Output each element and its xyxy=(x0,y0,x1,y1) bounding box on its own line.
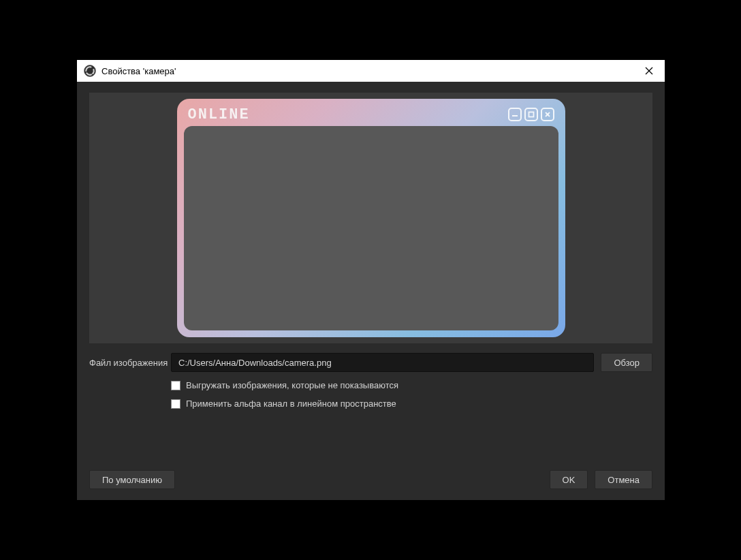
close-icon xyxy=(645,67,653,75)
cancel-button[interactable]: Отмена xyxy=(595,470,652,489)
file-path-input[interactable] xyxy=(171,353,594,372)
unload-checkbox-row[interactable]: Выгружать изображения, которые не показы… xyxy=(171,380,652,390)
preview-area: ONLINE xyxy=(89,93,652,343)
overlay-topbar: ONLINE xyxy=(184,106,558,123)
svg-rect-4 xyxy=(529,112,533,117)
browse-button[interactable]: Обзор xyxy=(601,353,652,372)
overlay-minimize-icon xyxy=(508,108,522,121)
titlebar: Свойства 'камера' xyxy=(77,60,665,82)
unload-checkbox-label: Выгружать изображения, которые не показы… xyxy=(186,380,398,390)
form-area: Файл изображения Обзор Выгружать изображ… xyxy=(77,343,665,417)
overlay-window-buttons xyxy=(508,108,554,121)
properties-dialog: Свойства 'камера' ONLINE xyxy=(77,60,665,500)
obs-icon xyxy=(84,65,96,77)
overlay-maximize-icon xyxy=(524,108,538,121)
file-label: Файл изображения xyxy=(89,358,171,368)
overlay-online-label: ONLINE xyxy=(188,106,508,123)
defaults-button[interactable]: По умолчанию xyxy=(89,470,175,489)
alpha-checkbox-row[interactable]: Применить альфа канал в линейном простра… xyxy=(171,399,652,409)
dialog-footer: По умолчанию OK Отмена xyxy=(77,462,665,500)
overlay-inner xyxy=(184,126,558,330)
file-row: Файл изображения Обзор xyxy=(89,353,652,372)
ok-button[interactable]: OK xyxy=(550,470,588,489)
close-button[interactable] xyxy=(637,60,661,82)
alpha-checkbox-label: Применить альфа канал в линейном простра… xyxy=(186,399,396,409)
dialog-title: Свойства 'камера' xyxy=(101,66,176,76)
unload-checkbox[interactable] xyxy=(171,381,180,390)
overlay-close-icon xyxy=(541,108,554,121)
alpha-checkbox[interactable] xyxy=(171,399,180,409)
camera-overlay-frame: ONLINE xyxy=(177,99,565,337)
